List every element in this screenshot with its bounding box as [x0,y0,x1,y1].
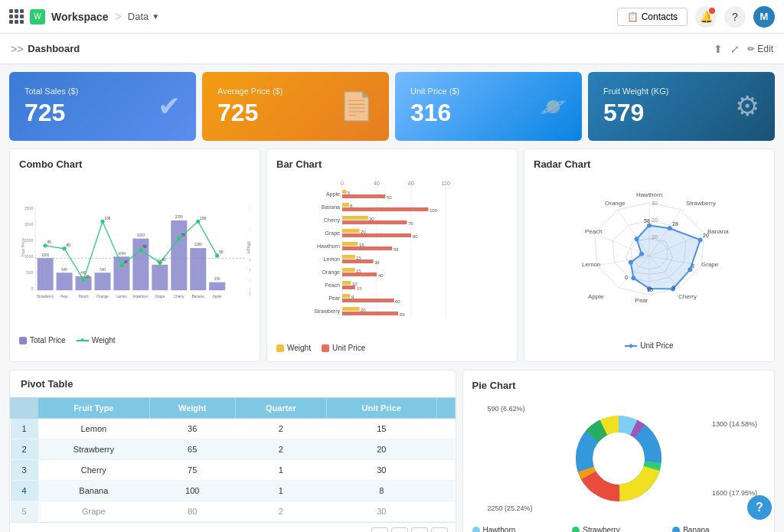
last-page-button[interactable]: ▶| [431,527,448,532]
pivot-table-card: Pivot Table Fruit Type Weight Quarter Un… [9,370,456,532]
toolbar-right: ⬆ ⤢ ✏ Edit [714,43,773,55]
radar-svg: 10 20 30 58 28 20 8 9 15 0 Hawthorn Stra… [534,176,765,337]
svg-text:1000: 1000 [24,254,34,259]
svg-text:Banana: Banana [707,228,729,235]
svg-text:80: 80 [408,181,414,186]
svg-text:Pear: Pear [635,297,648,304]
strawberry-dot [572,527,580,533]
svg-point-119 [635,237,639,241]
help-float-button[interactable]: ? [747,495,772,520]
svg-text:120: 120 [441,181,450,186]
row-weight: 65 [149,439,235,460]
avatar[interactable]: M [753,6,775,28]
kpi-total-sales-value: 725 [24,99,78,127]
bar-orange-unitprice [342,273,377,276]
nav-left: W Workspace > Data ▼ [9,9,159,24]
kpi-avg-price-value: 725 [217,99,283,127]
bar-pear-unitprice [342,299,394,302]
svg-text:Lemon: Lemon [324,256,341,262]
col-num [11,398,38,419]
row-unit-price: 30 [326,501,436,522]
bar-cherry-unitprice [342,220,407,224]
row-num: 4 [11,481,38,501]
svg-point-112 [698,237,703,242]
bar-banana-unitprice [342,207,429,211]
kpi-unit-price: Unit Price ($) 316 🪐 [395,72,582,141]
col-fruit-type: Fruit Type [38,398,150,419]
data-breadcrumb[interactable]: Data ▼ [128,11,159,22]
svg-text:Peach: Peach [79,295,89,299]
expand-icon[interactable]: >> [11,43,23,55]
kpi-avg-price: Average Price ($) 725 📄 [202,72,389,141]
workspace-title[interactable]: Workspace [51,11,108,23]
chart-row: Combo Chart 2500 2000 1500 1000 500 0 12… [9,149,775,362]
legend-total-price: Total Price [19,336,66,344]
first-page-button[interactable]: |◀ [371,527,388,532]
upload-icon[interactable]: ⬆ [714,43,723,55]
radar-legend: ◆ Unit Price [534,341,765,350]
kpi-fruit-weight: Fruit Weight (KG) 579 ⚙ [588,72,775,141]
legend-hawthorn: Hawthorn [472,526,565,532]
edit-button[interactable]: ✏ Edit [747,44,773,54]
radar-polygon [631,225,701,289]
svg-text:2000: 2000 [24,222,34,227]
pivot-table-head: Fruit Type Weight Quarter Unit Price [11,398,456,419]
row-num: 1 [11,419,38,439]
svg-text:Peach: Peach [325,282,340,288]
svg-text:120: 120 [250,206,250,211]
svg-point-42 [196,220,200,224]
row-num: 5 [11,501,38,522]
notifications-button[interactable]: 🔔 [695,6,717,28]
svg-text:20: 20 [652,217,658,223]
data-dropdown-icon: ▼ [152,12,159,21]
svg-text:58: 58 [143,245,148,249]
bar-strawberry-unitprice [342,312,398,315]
table-row: 2 Strawberry 65 2 20 [11,439,456,460]
help-button[interactable]: ? [724,6,746,28]
svg-point-118 [639,252,644,256]
svg-text:Apple: Apple [588,293,604,300]
bottom-row: Pivot Table Fruit Type Weight Quarter Un… [9,370,775,532]
fullscreen-icon[interactable]: ⤢ [730,43,740,55]
row-fruit: Lemon [38,419,150,439]
bar-grape [152,265,168,290]
kpi-total-sales-label: Total Sales ($) [24,86,78,96]
svg-point-28 [62,246,66,250]
combo-chart-svg: 2500 2000 1500 1000 500 0 120 100 80 60 … [19,176,250,329]
contacts-button[interactable]: 📋 Contacts [617,8,688,26]
pagination: 1 / 1 |◀ ◀ ▶ ▶| [10,522,456,532]
svg-text:Peach: Peach [585,228,603,235]
bar-apple-unitprice [342,194,385,198]
row-unit-price: 30 [326,460,436,481]
prev-page-button[interactable]: ◀ [391,527,408,532]
pivot-table-body: 1 Lemon 36 2 15 2 Strawberry 65 2 20 [11,419,456,522]
table-row: 3 Cherry 75 1 30 [11,460,456,481]
svg-text:Hawthorn: Hawthorn [133,295,149,299]
pie-chart-card: Pie Chart 590 (6.62%) 1300 (14.58%) 1600… [462,370,775,532]
svg-text:500: 500 [27,270,34,275]
legend-unit-price-bar: Unit Price [322,344,365,352]
svg-text:58: 58 [644,218,650,224]
bar-apple [209,282,225,291]
legend-banana: Banana [672,526,765,532]
next-page-button[interactable]: ▶ [411,527,428,532]
svg-text:Orange: Orange [322,269,340,276]
col-quarter: Quarter [235,398,326,419]
bar-chart-title: Bar Chart [276,158,508,170]
svg-text:65: 65 [400,312,405,317]
bar-pear-weight [342,294,350,298]
svg-text:40: 40 [378,273,384,278]
app-grid-icon[interactable] [9,9,24,24]
svg-point-36 [139,248,142,252]
kpi-avg-price-icon: 📄 [339,90,374,122]
radar-chart-container: 10 20 30 58 28 20 8 9 15 0 Hawthorn Stra… [534,176,765,337]
svg-text:Apple: Apple [213,295,222,299]
table-row: 5 Grape 80 2 30 [11,501,456,522]
row-fruit: Grape [38,501,150,522]
table-row: 4 Banana 100 1 8 [11,481,456,501]
svg-text:15: 15 [357,286,362,291]
row-unit-price: 8 [326,481,436,501]
bar-chart-svg: 0 40 80 120 Apple 5 50 Banana [276,176,508,337]
legend-total-price-dot [19,337,27,344]
row-fruit: Cherry [38,460,150,481]
